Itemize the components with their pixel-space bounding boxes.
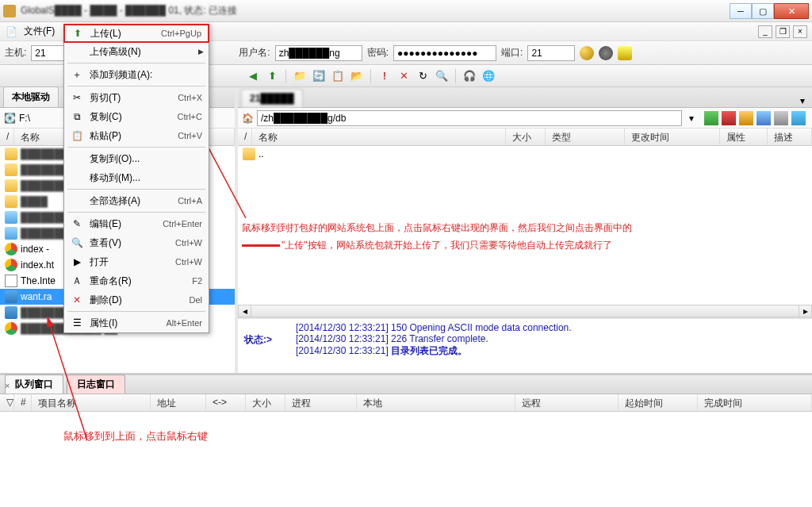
inner-close-button[interactable]: × xyxy=(793,25,807,38)
globe-icon[interactable]: 🌐 xyxy=(481,69,496,83)
inner-restore-button[interactable]: ❐ xyxy=(776,25,790,38)
remote-home-icon[interactable]: 🏠 xyxy=(241,112,254,125)
ctx-r[interactable]: Ａ重命名(R)F2 xyxy=(64,271,209,290)
col-icon-remote[interactable]: / xyxy=(238,129,252,145)
titlebar: GlobalS████ - ████ - ██████ 01, 状态: 已连接 … xyxy=(0,0,812,22)
ctx-a[interactable]: ＋添加到频道(A): xyxy=(64,65,209,84)
path-dropdown-icon[interactable]: ▾ xyxy=(685,112,698,125)
menu-file[interactable]: 文件(F) xyxy=(17,23,61,40)
ctx-label: 查看(V) xyxy=(90,236,169,250)
q-col-tri[interactable]: ▽ xyxy=(0,394,14,411)
tool-transfer-icon[interactable] xyxy=(704,111,718,125)
ctx-d[interactable]: ✕删除(D)Del xyxy=(64,290,209,309)
ctx-t[interactable]: ✂剪切(T)Ctrl+X xyxy=(64,88,209,107)
tool-terminal-icon[interactable] xyxy=(791,111,806,125)
tool-book-icon[interactable] xyxy=(722,111,736,125)
ctx-label: 重命名(R) xyxy=(90,275,186,288)
plus-icon: ＋ xyxy=(71,68,83,81)
user-input[interactable] xyxy=(275,45,362,61)
file-name: index - xyxy=(21,244,49,255)
q-col-remote[interactable]: 远程 xyxy=(515,394,619,411)
maximize-button[interactable]: ▢ xyxy=(752,3,774,19)
port-label: 端口: xyxy=(501,46,523,60)
refresh-icon[interactable]: 🔄 xyxy=(312,69,326,83)
q-col-dir[interactable]: <-> xyxy=(206,394,246,411)
pass-input[interactable] xyxy=(393,45,496,61)
remote-tab[interactable]: 21█████ xyxy=(241,89,303,107)
ctx-shortcut: F2 xyxy=(192,276,202,286)
col-size-remote[interactable]: 大小 xyxy=(506,129,546,145)
warning-icon[interactable]: ! xyxy=(377,69,392,83)
tool-filter-icon[interactable] xyxy=(739,111,753,125)
ctx-[interactable]: ▶打开Ctrl+W xyxy=(64,252,209,271)
ctx-a[interactable]: 全部选择(A)Ctrl+A xyxy=(64,191,209,210)
bookmark-icon[interactable] xyxy=(618,46,632,60)
q-col-start[interactable]: 起始时间 xyxy=(619,394,698,411)
ctx-o[interactable]: 复制到(O)... xyxy=(64,149,209,168)
panel-close-icon[interactable]: × xyxy=(5,381,14,390)
ctx-e[interactable]: ✎编辑(E)Ctrl+Enter xyxy=(64,214,209,233)
up-folder-icon xyxy=(243,148,255,160)
q-col-size[interactable]: 大小 xyxy=(246,394,285,411)
log-line: [2014/12/30 12:33:21] 目录列表已完成。 xyxy=(296,344,572,358)
remote-hscrollbar[interactable]: ◂▸ xyxy=(238,305,812,317)
delete-icon[interactable]: ✕ xyxy=(396,69,411,83)
ctx-shortcut: Ctrl+V xyxy=(178,131,202,140)
col-attr-remote[interactable]: 属性 xyxy=(720,129,768,145)
q-col-end[interactable]: 完成时间 xyxy=(698,394,812,411)
list-icon[interactable]: 📋 xyxy=(331,69,345,83)
ctx-label: 打开 xyxy=(90,255,169,269)
q-col-local[interactable]: 本地 xyxy=(357,394,515,411)
ctx-v[interactable]: 🔍查看(V)Ctrl+W xyxy=(64,233,209,252)
newfolder-icon[interactable]: 📂 xyxy=(350,69,364,83)
chrome-icon xyxy=(5,243,17,255)
drive-icon[interactable]: 💽 xyxy=(3,112,16,125)
ctx-shortcut: Ctrl+Enter xyxy=(163,219,202,229)
ctx-label: 剪切(T) xyxy=(90,91,171,105)
ctx-p[interactable]: 📋粘贴(P)Ctrl+V xyxy=(64,126,209,145)
back-icon[interactable]: ◀ xyxy=(246,69,260,83)
port-input[interactable] xyxy=(527,45,575,61)
ctx-shortcut: Ctrl+W xyxy=(175,238,202,248)
blank-icon xyxy=(71,45,83,58)
connect-icon[interactable] xyxy=(580,46,594,60)
local-tab[interactable]: 本地驱动 xyxy=(3,86,59,107)
col-icon[interactable]: / xyxy=(0,129,14,145)
tool-compare-icon[interactable] xyxy=(774,111,788,125)
col-name-remote[interactable]: 名称 xyxy=(252,129,506,145)
sync-icon[interactable]: ↻ xyxy=(416,69,430,83)
settings-icon[interactable] xyxy=(599,46,613,60)
ctx-label: 属性(I) xyxy=(90,317,159,330)
queue-body[interactable]: 鼠标移到到上面，点击鼠标右键 xyxy=(0,412,812,450)
ctx-m[interactable]: 移动到(M)... xyxy=(64,168,209,187)
ctx-c[interactable]: ⧉复制(C)Ctrl+C xyxy=(64,107,209,126)
folder-icon[interactable]: 📁 xyxy=(293,69,307,83)
col-modified-remote[interactable]: 更改时间 xyxy=(625,129,720,145)
ctx-i[interactable]: ☰属性(I)Alt+Enter xyxy=(64,313,209,332)
copy-icon: ⧉ xyxy=(71,110,83,123)
app-icon xyxy=(3,5,16,17)
search-icon[interactable]: 🔍 xyxy=(435,69,449,83)
col-desc-remote[interactable]: 描述 xyxy=(768,129,812,145)
q-col-progress[interactable]: 进程 xyxy=(285,394,357,411)
pass-label: 密码: xyxy=(367,46,389,60)
ctx-n[interactable]: 上传高级(N)▶ xyxy=(64,42,209,61)
tab-log[interactable]: 日志窗口 xyxy=(67,374,125,394)
file-new-icon[interactable]: 📄 xyxy=(5,25,17,38)
col-type-remote[interactable]: 类型 xyxy=(546,129,625,145)
q-col-num[interactable]: # xyxy=(14,394,32,411)
view-icon: 🔍 xyxy=(71,236,83,249)
q-col-item[interactable]: 项目名称 xyxy=(32,394,151,411)
inner-minimize-button[interactable]: _ xyxy=(758,25,772,38)
q-col-addr[interactable]: 地址 xyxy=(151,394,206,411)
tool-sync-icon[interactable] xyxy=(756,111,771,125)
file-name: The.Inte xyxy=(21,275,56,286)
folder-icon xyxy=(5,195,17,208)
remote-path-input[interactable] xyxy=(257,110,682,126)
tab-menu-icon[interactable]: ▾ xyxy=(796,94,809,107)
headphones-icon[interactable]: 🎧 xyxy=(462,69,477,83)
minimize-button[interactable]: ─ xyxy=(730,3,752,19)
up-icon[interactable]: ⬆ xyxy=(265,69,279,83)
close-button[interactable]: ✕ xyxy=(774,3,809,19)
ctx-l[interactable]: ⬆上传(L)Ctrl+PgUp xyxy=(63,24,209,43)
